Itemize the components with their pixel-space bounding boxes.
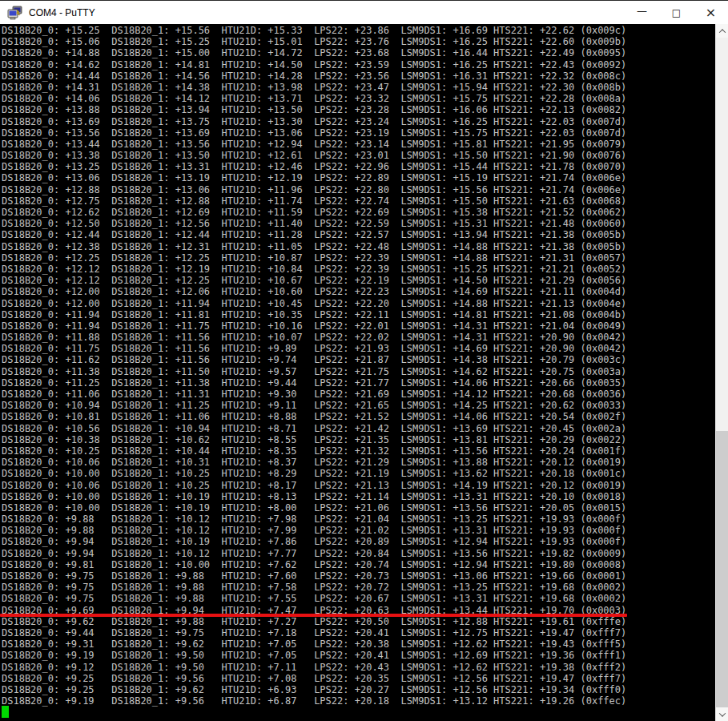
terminal-line: DS18B20_0: +9.25 DS18B20_1: +9.62 HTU21D…: [2, 684, 715, 695]
terminal-line: DS18B20_0: +11.38 DS18B20_1: +11.50 HTU2…: [2, 366, 715, 377]
terminal-line: DS18B20_0: +11.94 DS18B20_1: +11.81 HTU2…: [2, 309, 715, 320]
scrollbar-thumb[interactable]: [716, 431, 728, 708]
terminal-line: DS18B20_0: +13.44 DS18B20_1: +13.56 HTU2…: [2, 139, 715, 150]
scroll-down-button[interactable]: [716, 707, 728, 721]
terminal-line: DS18B20_0: +9.19 DS18B20_1: +9.56 HTU21D…: [2, 695, 715, 707]
maximize-button[interactable]: □: [659, 1, 694, 24]
terminal-line: DS18B20_0: +14.88 DS18B20_1: +15.00 HTU2…: [2, 47, 715, 58]
terminal-line: DS18B20_0: +12.00 DS18B20_1: +11.94 HTU2…: [2, 298, 715, 309]
terminal-line: DS18B20_0: +9.62 DS18B20_1: +9.88 HTU21D…: [2, 616, 715, 627]
scrollbar[interactable]: [715, 24, 728, 721]
terminal-line: DS18B20_0: +10.38 DS18B20_1: +10.62 HTU2…: [2, 434, 715, 445]
terminal-output: DS18B20_0: +15.25 DS18B20_1: +15.56 HTU2…: [2, 25, 715, 707]
terminal-line: DS18B20_0: +10.25 DS18B20_1: +10.44 HTU2…: [2, 445, 715, 457]
window-title: COM4 - PuTTY: [29, 7, 95, 18]
terminal-line: DS18B20_0: +14.06 DS18B20_1: +14.12 HTU2…: [2, 93, 715, 104]
terminal-line: DS18B20_0: +9.31 DS18B20_1: +9.62 HTU21D…: [2, 638, 715, 650]
terminal-line: DS18B20_0: +12.12 DS18B20_1: +12.19 HTU2…: [2, 264, 715, 275]
terminal-line: DS18B20_0: +9.94 DS18B20_1: +10.19 HTU21…: [2, 536, 715, 547]
terminal-line: DS18B20_0: +12.62 DS18B20_1: +12.69 HTU2…: [2, 207, 715, 218]
terminal-line: DS18B20_0: +14.31 DS18B20_1: +14.38 HTU2…: [2, 82, 715, 93]
terminal-line: DS18B20_0: +9.75 DS18B20_1: +9.88 HTU21D…: [2, 570, 715, 582]
terminal-line: DS18B20_0: +13.88 DS18B20_1: +13.94 HTU2…: [2, 104, 715, 115]
terminal-line: DS18B20_0: +11.62 DS18B20_1: +11.56 HTU2…: [2, 354, 715, 365]
terminal-line: DS18B20_0: +12.00 DS18B20_1: +12.06 HTU2…: [2, 286, 715, 297]
terminal-line: DS18B20_0: +10.06 DS18B20_1: +10.25 HTU2…: [2, 480, 715, 491]
terminal-line: DS18B20_0: +11.75 DS18B20_1: +11.56 HTU2…: [2, 343, 715, 354]
putty-app-icon: [7, 5, 23, 21]
highlight-underline: [0, 614, 627, 617]
terminal-line: DS18B20_0: +12.88 DS18B20_1: +13.06 HTU2…: [2, 184, 715, 195]
terminal-line: DS18B20_0: +12.75 DS18B20_1: +12.88 HTU2…: [2, 195, 715, 207]
terminal-line: DS18B20_0: +14.44 DS18B20_1: +14.56 HTU2…: [2, 70, 715, 82]
terminal-line: DS18B20_0: +14.62 DS18B20_1: +14.81 HTU2…: [2, 59, 715, 70]
terminal-line: DS18B20_0: +9.75 DS18B20_1: +9.88 HTU21D…: [2, 593, 715, 604]
terminal-line: DS18B20_0: +9.88 DS18B20_1: +10.12 HTU21…: [2, 525, 715, 536]
terminal-line: DS18B20_0: +10.00 DS18B20_1: +10.25 HTU2…: [2, 468, 715, 479]
terminal-line: DS18B20_0: +10.06 DS18B20_1: +10.31 HTU2…: [2, 457, 715, 468]
terminal-line: DS18B20_0: +11.94 DS18B20_1: +11.75 HTU2…: [2, 320, 715, 332]
terminal-line: DS18B20_0: +9.88 DS18B20_1: +10.12 HTU21…: [2, 514, 715, 525]
terminal-line: DS18B20_0: +15.06 DS18B20_1: +15.25 HTU2…: [2, 36, 715, 47]
terminal-line: DS18B20_0: +10.94 DS18B20_1: +11.25 HTU2…: [2, 400, 715, 411]
terminal-line: DS18B20_0: +9.12 DS18B20_1: +9.50 HTU21D…: [2, 662, 715, 673]
terminal-line: DS18B20_0: +13.69 DS18B20_1: +13.75 HTU2…: [2, 116, 715, 127]
terminal-line: DS18B20_0: +9.19 DS18B20_1: +9.50 HTU21D…: [2, 650, 715, 661]
terminal-line: DS18B20_0: +12.38 DS18B20_1: +12.31 HTU2…: [2, 241, 715, 252]
terminal-line: DS18B20_0: +9.44 DS18B20_1: +9.75 HTU21D…: [2, 627, 715, 638]
terminal-line: DS18B20_0: +9.81 DS18B20_1: +10.00 HTU21…: [2, 559, 715, 570]
terminal-line: DS18B20_0: +10.00 DS18B20_1: +10.19 HTU2…: [2, 491, 715, 502]
terminal-line: DS18B20_0: +12.44 DS18B20_1: +12.44 HTU2…: [2, 229, 715, 240]
terminal-line: DS18B20_0: +13.56 DS18B20_1: +13.69 HTU2…: [2, 127, 715, 139]
terminal-line: DS18B20_0: +13.38 DS18B20_1: +13.50 HTU2…: [2, 150, 715, 161]
chevron-up-icon: [719, 29, 726, 35]
terminal-line: DS18B20_0: +9.75 DS18B20_1: +9.88 HTU21D…: [2, 582, 715, 593]
terminal-line: DS18B20_0: +13.06 DS18B20_1: +13.19 HTU2…: [2, 172, 715, 183]
terminal-line: DS18B20_0: +12.12 DS18B20_1: +12.25 HTU2…: [2, 275, 715, 286]
terminal-line: DS18B20_0: +9.94 DS18B20_1: +10.12 HTU21…: [2, 548, 715, 559]
scroll-up-button[interactable]: [716, 24, 728, 38]
terminal-line: DS18B20_0: +12.50 DS18B20_1: +12.56 HTU2…: [2, 218, 715, 229]
terminal-line: DS18B20_0: +15.25 DS18B20_1: +15.56 HTU2…: [2, 25, 715, 36]
terminal-line: DS18B20_0: +9.25 DS18B20_1: +9.56 HTU21D…: [2, 673, 715, 684]
terminal-line: DS18B20_0: +10.81 DS18B20_1: +11.06 HTU2…: [2, 411, 715, 422]
title-bar: COM4 - PuTTY — □ ×: [0, 0, 728, 24]
terminal-line: DS18B20_0: +10.00 DS18B20_1: +10.19 HTU2…: [2, 502, 715, 514]
terminal-line: DS18B20_0: +11.88 DS18B20_1: +11.56 HTU2…: [2, 332, 715, 343]
terminal-line: DS18B20_0: +12.25 DS18B20_1: +12.25 HTU2…: [2, 252, 715, 264]
terminal-line: DS18B20_0: +13.25 DS18B20_1: +13.31 HTU2…: [2, 161, 715, 172]
minimize-button[interactable]: —: [625, 1, 659, 24]
terminal-line: DS18B20_0: +11.25 DS18B20_1: +11.38 HTU2…: [2, 377, 715, 389]
terminal-screen[interactable]: DS18B20_0: +15.25 DS18B20_1: +15.56 HTU2…: [0, 24, 715, 721]
terminal-line: DS18B20_0: +11.06 DS18B20_1: +11.31 HTU2…: [2, 389, 715, 400]
close-button[interactable]: ×: [694, 1, 728, 24]
caption-buttons: — □ ×: [625, 1, 728, 24]
terminal-line: DS18B20_0: +10.56 DS18B20_1: +10.94 HTU2…: [2, 423, 715, 434]
terminal-cursor: [2, 706, 9, 718]
chevron-down-icon: [719, 710, 726, 716]
